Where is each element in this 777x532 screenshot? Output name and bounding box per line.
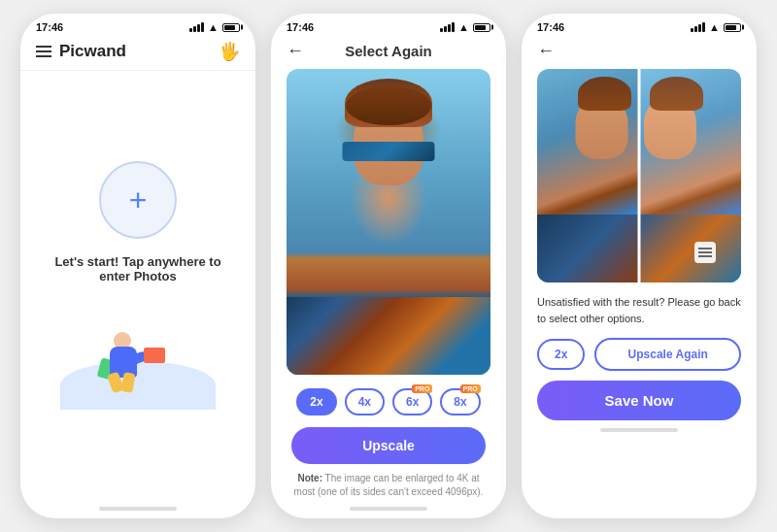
nav-bar-3: ← [522, 37, 757, 69]
battery-icon [222, 23, 240, 32]
photo-preview-2 [287, 69, 490, 375]
home-illustration [80, 313, 196, 410]
pro-badge-6x: PRO [412, 384, 432, 393]
back-button-3[interactable]: ← [537, 41, 555, 61]
note-bold: Note: [297, 473, 322, 483]
shirt-collar [343, 142, 435, 161]
handle-line-1 [698, 248, 712, 249]
status-bar-2: 17:46 ▲ [271, 14, 506, 37]
split-divider [638, 69, 641, 283]
home-indicator-3 [522, 420, 757, 440]
person-illustration [99, 332, 157, 400]
nav-left-1: Picwand [36, 42, 126, 61]
status-icons-1: ▲ [189, 21, 240, 33]
person-leg2 [120, 372, 135, 393]
nav-bar-2: ← Select Again [271, 37, 506, 69]
save-now-button[interactable]: Save Now [537, 381, 741, 420]
shirt-left [537, 215, 639, 283]
handle-line-3 [698, 255, 712, 257]
tap-instruction: Let's start! Tap anywhere to enter Photo… [40, 254, 236, 283]
photo-split-preview [537, 69, 741, 283]
signal-icon [189, 22, 204, 32]
time-2: 17:46 [287, 21, 314, 33]
menu-icon[interactable] [36, 46, 51, 57]
upscale-note: Note: The image can be enlarged to 4K at… [291, 472, 486, 499]
home-indicator-1 [20, 499, 255, 518]
scale-6x-button[interactable]: 6x PRO [392, 388, 432, 416]
action-row: 2x Upscale Again [522, 338, 757, 371]
add-photo-button[interactable]: + [99, 161, 177, 239]
phone-screen-1: 17:46 ▲ Picwand 🖐 + Let's s [20, 14, 255, 518]
pro-badge-8x: PRO [460, 384, 481, 393]
time-1: 17:46 [36, 21, 63, 33]
status-icons-2: ▲ [440, 21, 490, 33]
status-bar-3: 17:46 ▲ [522, 14, 757, 37]
share-icon[interactable]: 🖐 [219, 41, 240, 62]
split-handle[interactable] [694, 242, 716, 263]
photo-container-2: 2x 4x 6x PRO 8x PRO Upscale Note: The im… [271, 69, 506, 499]
status-bar-1: 17:46 ▲ [20, 14, 255, 37]
shirt-right [639, 215, 741, 283]
hair-front [346, 86, 431, 125]
shirt-body [287, 297, 490, 375]
signal-icon-3 [691, 22, 705, 32]
unsatisfied-message: Unsatisfied with the result? Please go b… [522, 294, 757, 326]
home-bar-2 [350, 507, 427, 511]
status-icons-3: ▲ [691, 21, 741, 33]
note-body: The image can be enlarged to 4K at most … [294, 473, 484, 497]
scale-4x-button[interactable]: 4x [345, 388, 385, 416]
home-indicator-2 [271, 499, 506, 518]
scale-2x-button[interactable]: 2x [296, 388, 336, 416]
scale-2x-button-3[interactable]: 2x [537, 339, 585, 370]
phone-screen-3: 17:46 ▲ ← [522, 14, 757, 518]
nav-bar-1: Picwand 🖐 [20, 37, 255, 71]
back-button-2[interactable]: ← [287, 41, 304, 61]
upscale-again-button[interactable]: Upscale Again [594, 338, 741, 371]
battery-icon-2 [473, 23, 490, 32]
wifi-icon: ▲ [208, 21, 219, 33]
plus-icon: + [129, 184, 148, 216]
home-bar [99, 507, 177, 511]
upscale-button[interactable]: Upscale [291, 427, 486, 464]
photo-before [537, 69, 639, 283]
phone-screen-2: 17:46 ▲ ← Select Again [271, 14, 506, 518]
home-bar-3 [600, 428, 678, 432]
signal-icon-2 [440, 22, 455, 32]
battery-icon-3 [724, 23, 741, 32]
hair-left [578, 77, 631, 111]
screen2-title: Select Again [345, 43, 431, 59]
photo-after [639, 69, 741, 283]
hair-right [650, 77, 703, 111]
handle-line-2 [698, 251, 712, 253]
scale-options: 2x 4x 6x PRO 8x PRO [296, 388, 480, 416]
home-content: + Let's start! Tap anywhere to enter Pho… [20, 71, 255, 499]
app-title: Picwand [59, 42, 126, 61]
time-3: 17:46 [537, 21, 564, 33]
scale-8x-button[interactable]: 8x PRO [440, 388, 480, 416]
wifi-icon-3: ▲ [709, 21, 720, 33]
wifi-icon-2: ▲ [458, 21, 469, 33]
envelope-shape [144, 348, 165, 363]
